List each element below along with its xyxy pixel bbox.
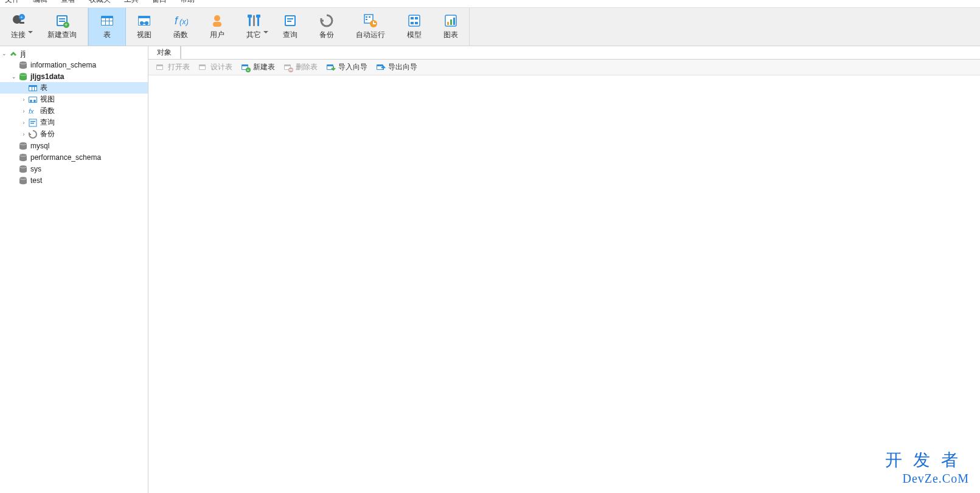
tree-label: 表 xyxy=(40,83,47,93)
toolbar-function[interactable]: f(x)函数 xyxy=(162,8,199,46)
toolbar-model[interactable]: 模型 xyxy=(396,8,433,46)
expander-icon[interactable] xyxy=(21,108,27,114)
tab-bar: 对象 xyxy=(148,46,980,60)
menu-item-3[interactable]: 收藏夹 xyxy=(89,0,111,1)
tree-label: jljgs1data xyxy=(30,72,64,81)
toolbar-label: 查询 xyxy=(283,30,297,40)
svg-point-24 xyxy=(214,15,220,21)
svg-rect-60 xyxy=(32,86,32,91)
toolbar-label: 视图 xyxy=(137,30,151,40)
svg-rect-83 xyxy=(200,65,205,66)
address-bar[interactable] xyxy=(181,46,980,59)
expander-icon[interactable] xyxy=(21,97,27,103)
toolbar-autorun[interactable]: 自动运行 xyxy=(345,8,396,46)
svg-rect-30 xyxy=(256,15,260,18)
svg-rect-1 xyxy=(19,22,24,24)
toolbar-label: 自动运行 xyxy=(356,30,385,40)
svg-rect-50 xyxy=(447,22,449,25)
table-open-icon xyxy=(156,63,165,72)
tree-node-表[interactable]: 表 xyxy=(0,82,148,94)
view-blue-icon xyxy=(28,95,38,105)
objbar-delete-table: 删除表 xyxy=(280,61,321,74)
objbar-export-wizard[interactable]: 导出向导 xyxy=(372,61,421,74)
tree-node-视图[interactable]: 视图 xyxy=(0,94,148,105)
tree-label: mysql xyxy=(30,142,49,150)
db-gray-icon xyxy=(18,153,28,162)
toolbar-label: 用户 xyxy=(210,30,224,40)
tree-node-mysql[interactable]: mysql xyxy=(0,140,148,151)
content-area: 对象 打开表设计表+新建表删除表导入向导导出向导 xyxy=(148,46,980,493)
expander-icon xyxy=(11,178,17,184)
menu-item-4[interactable]: 工具 xyxy=(124,0,139,1)
toolbar-other[interactable]: 其它 xyxy=(235,8,272,46)
fx-icon: f(x) xyxy=(173,13,188,28)
toolbar-label: 备份 xyxy=(319,30,334,40)
toolbar-new-query[interactable]: +新建查询 xyxy=(36,8,88,46)
view-icon xyxy=(137,13,151,28)
dropdown-caret-icon[interactable] xyxy=(28,31,33,36)
tree-node-查询[interactable]: 查询 xyxy=(0,117,148,128)
toolbar-table[interactable]: 表 xyxy=(88,8,126,46)
expander-icon[interactable] xyxy=(11,74,17,80)
toolbar-query[interactable]: 查询 xyxy=(272,8,308,46)
expander-icon xyxy=(21,85,27,91)
db-gray-icon xyxy=(18,164,28,174)
tree-node-performance_schema[interactable]: performance_schema xyxy=(0,151,148,163)
toolbar-label: 新建查询 xyxy=(47,30,77,40)
objbar-label: 新建表 xyxy=(253,62,275,72)
toolbar-chart[interactable]: 图表 xyxy=(433,8,469,46)
toolbar-view[interactable]: 视图 xyxy=(126,8,162,46)
menu-item-6[interactable]: 帮助 xyxy=(180,0,195,1)
expander-icon[interactable] xyxy=(1,50,7,57)
watermark-line1: 开发者 xyxy=(885,449,969,472)
expander-icon[interactable] xyxy=(21,131,27,137)
toolbar-connect[interactable]: +连接 xyxy=(0,8,36,46)
table-delete-icon xyxy=(283,63,293,72)
svg-rect-93 xyxy=(290,69,293,71)
menu-item-1[interactable]: 编辑 xyxy=(33,0,47,1)
menu-item-2[interactable]: 查看 xyxy=(61,0,75,1)
tree-node-jlj[interactable]: jlj xyxy=(0,47,148,59)
svg-rect-45 xyxy=(411,17,414,19)
svg-rect-27 xyxy=(253,15,255,26)
svg-text:f: f xyxy=(175,15,179,27)
tools-icon xyxy=(246,13,261,28)
query-blue-icon xyxy=(28,118,38,128)
menu-item-5[interactable]: 窗口 xyxy=(152,0,167,1)
tree-node-函数[interactable]: fx函数 xyxy=(0,105,148,117)
toolbar-backup[interactable]: 备份 xyxy=(308,8,345,46)
svg-rect-69 xyxy=(30,123,34,124)
toolbar-label: 其它 xyxy=(246,30,261,40)
objbar-import-wizard[interactable]: 导入向导 xyxy=(322,61,371,74)
toolbar-label: 函数 xyxy=(173,30,188,40)
objbar-open-table: 打开表 xyxy=(152,61,193,74)
expander-icon[interactable] xyxy=(21,120,27,126)
objbar-label: 导出向导 xyxy=(388,62,417,72)
tree-node-备份[interactable]: 备份 xyxy=(0,128,148,140)
svg-rect-96 xyxy=(327,65,333,66)
objbar-new-table[interactable]: +新建表 xyxy=(237,61,279,74)
objbar-label: 导入向导 xyxy=(338,62,367,72)
tree-node-information_schema[interactable]: information_schema xyxy=(0,59,148,71)
user-icon xyxy=(210,13,224,28)
dropdown-caret-icon[interactable] xyxy=(263,31,268,36)
svg-rect-39 xyxy=(369,16,370,18)
table-icon xyxy=(100,13,114,28)
svg-text:fx: fx xyxy=(29,108,34,115)
tab-对象[interactable]: 对象 xyxy=(148,46,181,59)
tree-node-sys[interactable]: sys xyxy=(0,163,148,174)
menu-item-0[interactable]: 文件 xyxy=(5,0,19,1)
objbar-label: 打开表 xyxy=(168,62,190,72)
tree-node-jljgs1data[interactable]: jljgs1data xyxy=(0,71,148,82)
svg-rect-86 xyxy=(242,65,248,66)
svg-rect-61 xyxy=(34,86,35,91)
svg-rect-68 xyxy=(30,121,35,122)
expander-icon xyxy=(11,143,17,149)
db-gray-icon xyxy=(18,176,28,185)
menu-bar: 文件编辑查看收藏夹工具窗口帮助 xyxy=(0,0,980,7)
tree-node-test[interactable]: test xyxy=(0,174,148,186)
conn-green-icon xyxy=(9,49,18,58)
svg-rect-38 xyxy=(366,16,367,18)
db-gray-icon xyxy=(18,60,28,70)
toolbar-user[interactable]: 用户 xyxy=(199,8,235,46)
